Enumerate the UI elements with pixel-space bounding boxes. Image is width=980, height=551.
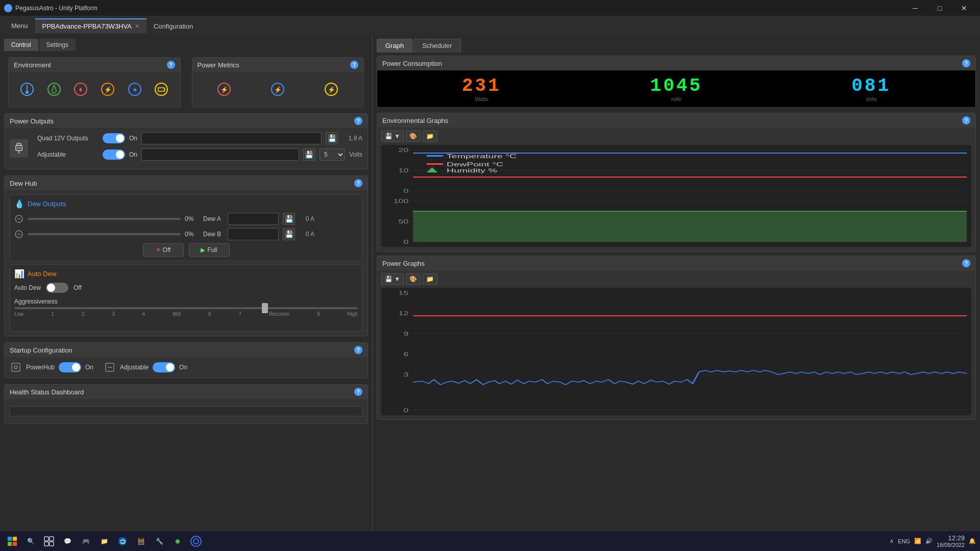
power-metrics-header: Power Metrics ? xyxy=(192,58,364,72)
power-metrics-icons: ⚡ ⚡ ⚡ xyxy=(198,76,359,103)
env-graphs-help-icon[interactable]: ? xyxy=(962,116,970,124)
adjustable-name-input[interactable] xyxy=(141,148,299,161)
dew-b-save-icon[interactable]: 💾 xyxy=(283,228,295,240)
power-save-btn[interactable]: 💾 ▼ xyxy=(381,273,404,285)
sub-tab-control[interactable]: Control xyxy=(4,39,38,51)
dew-b-name-input[interactable] xyxy=(228,228,279,240)
dew-full-button[interactable]: ▶ Full xyxy=(189,243,230,257)
svg-rect-70 xyxy=(13,542,17,546)
taskbar-unity-icon[interactable] xyxy=(188,533,204,549)
svg-rect-12 xyxy=(164,89,165,90)
dew-hub-help-icon[interactable]: ? xyxy=(354,179,362,187)
environment-section: Environment ? xyxy=(8,57,181,107)
taskbar-green-icon[interactable]: ● xyxy=(169,533,186,549)
dew-off-button[interactable]: ✕ Off xyxy=(143,243,184,257)
tab-ppbadvance[interactable]: PPBAdvance-PPBA73W3HVA ✕ xyxy=(35,18,146,33)
dew-a-name-input[interactable] xyxy=(228,213,279,225)
tab-graph[interactable]: Graph xyxy=(377,39,412,53)
metric-block-1: 231 Watts xyxy=(462,76,501,102)
svg-text:★: ★ xyxy=(132,86,137,93)
dew-button-row: ✕ Off ▶ Full xyxy=(14,243,358,257)
main-layout: Control Settings Environment ? xyxy=(0,35,980,531)
show-hidden-icon[interactable]: ∧ xyxy=(890,538,894,544)
taskbar-tool-icon[interactable]: 🔧 xyxy=(151,533,167,549)
power-metrics-help-icon[interactable]: ? xyxy=(350,61,358,69)
taskbar-edge-icon[interactable] xyxy=(114,533,131,549)
svg-rect-67 xyxy=(8,537,12,541)
svg-text:9: 9 xyxy=(403,331,408,337)
health-status-body xyxy=(5,399,368,423)
notification-icon[interactable]: 🔔 xyxy=(969,538,976,544)
env-save-btn[interactable]: 💾 ▼ xyxy=(381,131,404,142)
metric-block-2: 1045 mAh xyxy=(650,76,702,102)
sub-tab-settings[interactable]: Settings xyxy=(39,39,76,51)
power-color-btn[interactable]: 🎨 xyxy=(406,273,421,285)
aggressiveness-slider[interactable] xyxy=(14,307,358,309)
dew-b-icon xyxy=(14,230,23,239)
env-open-btn[interactable]: 📁 xyxy=(423,131,437,142)
volt-select[interactable]: 568912 xyxy=(320,148,345,161)
svg-point-76 xyxy=(191,536,201,546)
environment-help-icon[interactable]: ? xyxy=(167,61,175,69)
taskbar-chat-icon[interactable]: 💬 xyxy=(59,533,76,549)
env-color-btn[interactable]: 🎨 xyxy=(406,131,421,142)
environment-body: ♦ ⚡ ★ xyxy=(9,72,180,107)
power-consumption-help-icon[interactable]: ? xyxy=(962,59,970,67)
pm-icon-1: ⚡ xyxy=(214,79,234,99)
power-open-btn[interactable]: 📁 xyxy=(423,273,437,285)
startup-adjustable-toggle[interactable] xyxy=(153,362,175,372)
power-outputs-section: Power Outputs ? xyxy=(4,113,368,169)
auto-dew-toggle[interactable] xyxy=(46,283,68,293)
power-graphs-help-icon[interactable]: ? xyxy=(962,259,970,267)
dew-a-slider[interactable] xyxy=(28,218,181,220)
tab-close-icon[interactable]: ✕ xyxy=(135,23,139,30)
metric-value-2: 1045 xyxy=(650,76,702,96)
tab-configuration[interactable]: Configuration xyxy=(146,18,200,33)
dew-outputs-title: 💧 Dew Outputs xyxy=(14,199,358,209)
quad-save-icon[interactable]: 💾 xyxy=(326,132,338,144)
svg-text:⚡: ⚡ xyxy=(274,86,282,93)
start-button[interactable] xyxy=(4,533,20,549)
power-graph-area: 15 12 9 6 3 0 xyxy=(381,288,971,415)
taskbar-widgets-icon[interactable] xyxy=(41,533,57,549)
maximize-button[interactable]: □ xyxy=(928,0,951,16)
close-button[interactable]: ✕ xyxy=(952,0,976,16)
adjustable-toggle[interactable] xyxy=(103,149,125,160)
env-icon-sky: ★ xyxy=(125,79,145,99)
dew-b-slider[interactable] xyxy=(28,233,181,235)
power-outputs-help-icon[interactable]: ? xyxy=(354,117,362,125)
tab-scheduler[interactable]: Scheduler xyxy=(413,39,461,53)
quad-name-input[interactable] xyxy=(141,132,322,144)
dew-a-save-icon[interactable]: 💾 xyxy=(283,213,295,225)
svg-text:10: 10 xyxy=(399,168,409,173)
minimize-button[interactable]: ─ xyxy=(903,0,927,16)
svg-rect-48 xyxy=(427,155,443,157)
power-graph-toolbar: 💾 ▼ 🎨 📁 xyxy=(377,270,975,288)
startup-powerhub-toggle[interactable] xyxy=(59,362,81,372)
aggressiveness-thumb xyxy=(262,303,268,313)
svg-point-75 xyxy=(118,537,127,545)
startup-help-icon[interactable]: ? xyxy=(354,346,362,354)
svg-text:12: 12 xyxy=(399,311,409,316)
taskbar-sys: ∧ ENG 📶 🔊 12:29 18/09/2022 🔔 xyxy=(890,534,976,548)
env-graph-toolbar: 💾 ▼ 🎨 📁 xyxy=(377,128,975,145)
power-outputs-header: Power Outputs ? xyxy=(5,114,368,128)
taskbar-search-icon[interactable]: 🔍 xyxy=(22,533,39,549)
dew-b-row: 0% Dew B 💾 0 A xyxy=(14,228,358,240)
taskbar-folder-icon[interactable]: 📁 xyxy=(96,533,112,549)
taskbar-game-icon[interactable]: 🎮 xyxy=(78,533,94,549)
health-help-icon[interactable]: ? xyxy=(354,388,362,396)
sub-tabs: Control Settings xyxy=(0,35,372,51)
taskbar-time[interactable]: 12:29 18/09/2022 xyxy=(937,534,965,548)
quad-toggle[interactable] xyxy=(103,133,125,143)
power-plug-icon xyxy=(10,139,28,158)
svg-rect-68 xyxy=(13,537,17,541)
taskbar-calc-icon[interactable]: 🧮 xyxy=(133,533,149,549)
left-panel: Control Settings Environment ? xyxy=(0,35,373,531)
metric-sub-1: Watts xyxy=(462,96,501,102)
svg-text:100: 100 xyxy=(394,198,409,204)
environment-header: Environment ? xyxy=(9,58,180,72)
adjustable-save-icon[interactable]: 💾 xyxy=(303,148,315,161)
menu-button[interactable]: Menu xyxy=(4,19,35,33)
pm-icon-2: ⚡ xyxy=(267,79,288,99)
